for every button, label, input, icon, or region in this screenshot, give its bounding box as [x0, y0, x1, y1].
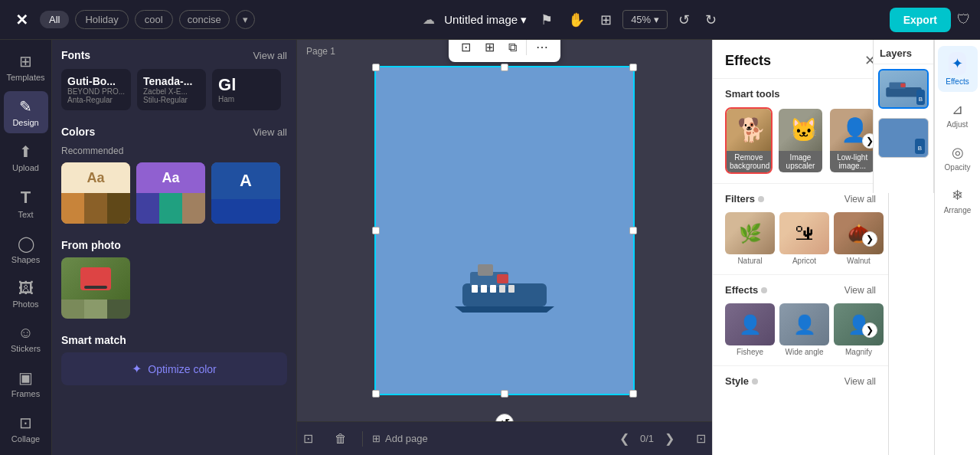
effects-view-all[interactable]: View all [844, 285, 876, 296]
fonts-view-all[interactable]: View all [253, 50, 287, 61]
rotate-handle[interactable]: ↺ [495, 414, 514, 421]
grid-button[interactable]: ⊞ [480, 40, 499, 57]
handle-bm[interactable] [501, 390, 508, 398]
canvas-frame[interactable]: ↺ [374, 66, 635, 395]
canvas-content[interactable]: ⊡ ⊞ ⧉ ⋯ [297, 40, 712, 421]
handle-ml[interactable] [372, 227, 380, 234]
layer-2-badge: B [915, 139, 925, 154]
tag-concise-button[interactable]: concise [179, 10, 230, 29]
font-card-0[interactable]: Guti-Bo... BEYOND PRO... Anta-Regular [61, 69, 131, 110]
magnify-label: Magnify [834, 348, 884, 356]
filter-apricot[interactable]: 🏜 Apricot [779, 212, 829, 265]
colors-section: Colors View all Recommended Aa Aa [61, 126, 287, 224]
effect-fisheye[interactable]: 👤 Fisheye [725, 303, 775, 356]
effects-grid: 👤 Fisheye 👤 Wide angle 👤 Magnify ❯ [725, 303, 876, 356]
font-card-1[interactable]: Tenada-... Zacbel X-E... Stilu-Regular [137, 69, 206, 110]
tag-holiday-button[interactable]: Holiday [75, 10, 128, 29]
fonts-grid: Guti-Bo... BEYOND PRO... Anta-Regular Te… [61, 69, 287, 110]
handle-mr[interactable] [629, 227, 637, 234]
color-card-1[interactable]: Aa [136, 162, 205, 224]
filters-view-all[interactable]: View all [844, 194, 876, 205]
fullscreen-button[interactable]: ⊡ [690, 428, 712, 449]
crop-button[interactable]: ⊡ [456, 40, 475, 57]
sidebar-item-templates[interactable]: ⊞ Templates [4, 46, 48, 88]
mini-tool-effects[interactable]: ✦ Effects [938, 46, 978, 92]
hand-tool-button[interactable]: ✋ [564, 8, 590, 31]
sidebar-item-label: Text [18, 210, 33, 219]
smart-tool-upscaler[interactable]: 🐱 Image upscaler [777, 107, 825, 174]
sidebar-item-photos[interactable]: 🖼 Photos [4, 273, 48, 315]
canvas-action-button[interactable]: ⊡ [297, 428, 319, 449]
mini-tool-arrange[interactable]: ❄ Arrange [938, 181, 978, 221]
colors-more-button[interactable]: ❯ [286, 186, 287, 201]
handle-tr[interactable] [629, 64, 637, 71]
more-button[interactable]: ⋯ [531, 40, 553, 57]
flag-tool-button[interactable]: ⚑ [536, 8, 557, 31]
display-tool-button[interactable]: ⊞ [596, 8, 616, 31]
svg-rect-7 [499, 285, 505, 293]
sidebar-item-frames[interactable]: ▣ Frames [4, 362, 48, 404]
fonts-title: Fonts [61, 49, 90, 61]
photo-palette[interactable] [61, 257, 130, 319]
add-page-icon: ⊞ [372, 433, 381, 444]
handle-br[interactable] [629, 390, 637, 398]
optimize-color-button[interactable]: ✦ Optimize color [61, 352, 287, 385]
tag-all-button[interactable]: All [40, 11, 69, 28]
handle-tl[interactable] [372, 64, 380, 71]
color-card-2[interactable]: A [211, 162, 280, 224]
low-light-label: Low-light image... [830, 151, 874, 172]
right-mini-sidebar: ✦ Effects ⊿ Adjust ◎ Opacity ❄ Arrange [934, 40, 980, 455]
copy-button[interactable]: ⧉ [504, 40, 521, 57]
tag-cool-button[interactable]: cool [135, 10, 173, 29]
delete-button[interactable]: 🗑 [328, 429, 353, 449]
filters-header: Filters View all [725, 193, 876, 205]
sidebar-item-text[interactable]: T Text [4, 182, 48, 225]
tag-more-button[interactable]: ▾ [236, 10, 255, 29]
smart-tools-title: Smart tools [725, 88, 876, 100]
ship-object[interactable] [455, 260, 554, 317]
font-card-2[interactable]: Gl Ham [212, 69, 281, 110]
style-section: Style View all [713, 366, 888, 393]
prev-page-button[interactable]: ❮ [613, 428, 635, 449]
layer-1-badge: B [916, 90, 925, 105]
adjust-mini-label: Adjust [947, 120, 969, 129]
add-page-button[interactable]: ⊞ Add page [372, 433, 428, 444]
layer-1[interactable]: B [878, 69, 929, 109]
effects-arrow[interactable]: ❯ [862, 322, 877, 338]
zoom-button[interactable]: 45% ▾ [622, 10, 668, 29]
handle-tm[interactable] [501, 64, 508, 71]
color-card-0[interactable]: Aa [61, 162, 130, 224]
smart-tool-remove-bg[interactable]: 🐕 Remove background [725, 107, 773, 174]
sidebar-item-shapes[interactable]: ◯ Shapes [4, 228, 48, 270]
effects-title: Effects [725, 53, 771, 69]
from-photo-section: From photo [61, 239, 287, 319]
font-display-2: Gl [218, 75, 275, 95]
sidebar-item-design[interactable]: ✎ Design [4, 91, 48, 133]
sidebar-item-collage[interactable]: ⊡ Collage [4, 408, 48, 450]
colors-view-all[interactable]: View all [253, 126, 287, 138]
sidebar-item-upload[interactable]: ⬆ Upload [4, 136, 48, 178]
collage-icon: ⊡ [19, 414, 32, 432]
effect-wide-angle[interactable]: 👤 Wide angle [779, 303, 829, 356]
export-button[interactable]: Export [890, 8, 951, 32]
redo-button[interactable]: ↻ [701, 8, 721, 31]
filters-arrow[interactable]: ❯ [862, 231, 877, 247]
next-page-button[interactable]: ❯ [658, 428, 681, 449]
floating-toolbar: ⊡ ⊞ ⧉ ⋯ [449, 40, 560, 62]
handle-bl[interactable] [372, 390, 380, 398]
sidebar-item-stickers[interactable]: ☺ Stickers [4, 318, 48, 359]
stickers-icon: ☺ [18, 324, 33, 342]
layer-2[interactable]: B [878, 118, 929, 158]
fisheye-label: Fisheye [725, 348, 775, 356]
undo-button[interactable]: ↺ [674, 8, 694, 31]
filter-natural[interactable]: 🌿 Natural [725, 212, 775, 265]
frames-icon: ▣ [18, 368, 33, 387]
layers-panel-float: Layers B B [873, 40, 934, 193]
style-view-all[interactable]: View all [844, 376, 876, 387]
mini-tool-adjust[interactable]: ⊿ Adjust [938, 95, 978, 135]
shield-button[interactable]: 🛡 [957, 11, 971, 28]
doc-title[interactable]: Untitled image ▾ [444, 13, 527, 27]
effects-sub-header: Effects View all [725, 284, 876, 296]
mini-tool-opacity[interactable]: ◎ Opacity [938, 138, 978, 178]
sidebar-item-label: Stickers [11, 344, 41, 353]
